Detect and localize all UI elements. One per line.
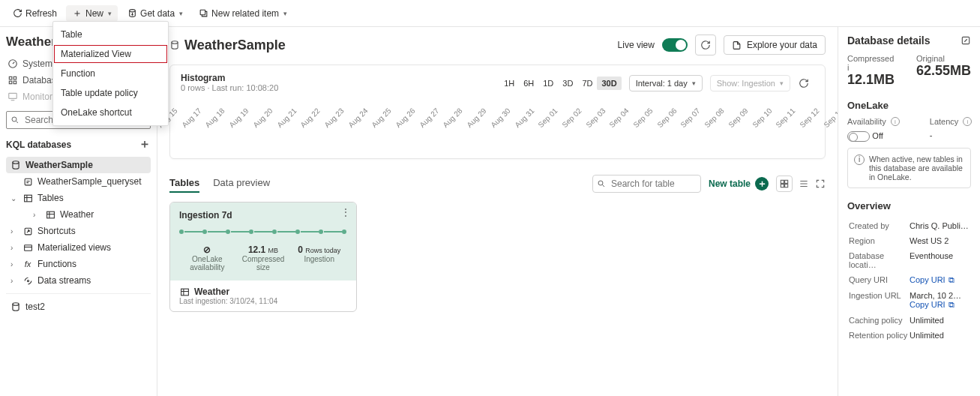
chevron-down-icon: ▾ xyxy=(692,80,696,87)
range-button-1D[interactable]: 1D xyxy=(538,76,558,90)
rows-unit: Rows today xyxy=(305,247,340,254)
add-database-button[interactable]: ＋ xyxy=(139,136,151,152)
matview-icon xyxy=(22,242,33,253)
tree-functions[interactable]: › fx Functions xyxy=(6,256,151,272)
plus-circle-icon: ＋ xyxy=(755,177,769,190)
info-icon[interactable]: i xyxy=(847,63,849,72)
original-label: Original xyxy=(916,54,971,63)
get-data-button[interactable]: Get data ▾ xyxy=(121,5,189,22)
gauge-icon xyxy=(7,58,18,69)
tree-functions-label: Functions xyxy=(37,259,76,269)
tab-tables[interactable]: Tables xyxy=(169,174,199,193)
table-card-weather[interactable]: ⋮ Ingestion 7d ⊘ OneLake availability 12… xyxy=(169,202,357,312)
onelake-avail-label: OneLake availability xyxy=(182,255,232,272)
table-search-input[interactable] xyxy=(592,175,701,193)
table-icon xyxy=(179,286,190,297)
latency-label: Latency xyxy=(930,117,959,126)
caching-value: Unlimited xyxy=(910,314,970,327)
card-sparkline xyxy=(179,230,347,234)
card-more-button[interactable]: ⋮ xyxy=(341,207,350,218)
svg-rect-1 xyxy=(200,10,205,15)
info-icon[interactable]: i xyxy=(891,117,900,126)
refresh-histogram-button[interactable] xyxy=(793,73,814,94)
new-table-label: New table xyxy=(709,178,751,189)
rows-label: Ingestion xyxy=(294,255,344,263)
table-search xyxy=(592,175,701,193)
refresh-button[interactable]: Refresh xyxy=(6,5,63,22)
range-button-7D[interactable]: 7D xyxy=(577,76,597,90)
range-button-6H[interactable]: 6H xyxy=(519,76,538,90)
tree-table-weather[interactable]: › Weather xyxy=(6,206,151,223)
monitor-icon xyxy=(7,92,18,102)
interval-select[interactable]: Interval: 1 day ▾ xyxy=(629,75,703,92)
new-table-button[interactable]: New table ＋ xyxy=(709,177,769,190)
refresh-icon xyxy=(12,8,22,19)
info-icon[interactable]: i xyxy=(963,117,972,126)
tree-shortcuts[interactable]: › Shortcuts xyxy=(6,223,151,239)
database-icon xyxy=(10,160,21,170)
fullscreen-button[interactable] xyxy=(815,178,826,189)
caching-label: Caching policy xyxy=(849,314,908,327)
size-label: Compressed size xyxy=(238,255,289,272)
live-view-toggle[interactable] xyxy=(662,38,688,52)
explore-data-button[interactable]: Explore your data xyxy=(724,35,826,55)
database-icon xyxy=(10,302,21,312)
onelake-notice: i When active, new tables in this databa… xyxy=(847,148,971,188)
ingestion-url-link[interactable]: Copy URI xyxy=(910,300,946,309)
size-unit: MB xyxy=(268,247,279,254)
grid-view-button[interactable] xyxy=(776,176,793,192)
tree-db-test2[interactable]: test2 xyxy=(6,298,151,315)
svg-rect-11 xyxy=(24,195,31,202)
range-button-1H[interactable]: 1H xyxy=(499,76,519,90)
query-uri-label: Query URI xyxy=(849,273,908,287)
chevron-down-icon: ▾ xyxy=(780,80,784,87)
tree-matviews-label: Materialized views xyxy=(37,242,111,253)
svg-point-0 xyxy=(129,10,135,12)
tree-datastreams[interactable]: › Data streams xyxy=(6,272,151,289)
new-menu-item-table[interactable]: Table xyxy=(53,25,168,44)
copy-icon[interactable]: ⧉ xyxy=(949,275,955,284)
new-related-button[interactable]: New related item ▾ xyxy=(192,5,293,22)
metric-compressed: Compressed i 12.1MB xyxy=(847,54,897,88)
compressed-value: 12.1MB xyxy=(847,72,897,88)
tree-matviews[interactable]: › Materialized views xyxy=(6,239,151,256)
new-menu-item-table-update-policy[interactable]: Table update policy xyxy=(53,83,168,103)
expand-panel-button[interactable] xyxy=(961,35,971,46)
tree-db-test2-label: test2 xyxy=(25,302,45,312)
card-metric-rows: 0 Rows today Ingestion xyxy=(291,244,347,272)
new-related-icon xyxy=(198,8,208,19)
kv-location: Database locati… Eventhouse xyxy=(849,249,970,272)
region-label: Region xyxy=(849,234,908,248)
kv-ingestion-url: Ingestion URL March, 10 2…Copy URI⧉ xyxy=(849,289,970,312)
availability-toggle[interactable]: Off xyxy=(847,130,900,142)
chevron-down-icon: ▾ xyxy=(108,10,112,17)
kv-created-by: Created by Chris Q. Public, March 10, t… xyxy=(849,219,970,232)
svg-rect-6 xyxy=(13,81,16,84)
list-view-button[interactable] xyxy=(799,178,809,189)
location-value: Eventhouse xyxy=(910,249,970,272)
svg-rect-20 xyxy=(785,180,788,183)
tab-data-preview[interactable]: Data preview xyxy=(213,174,270,193)
new-menu-item-materialized-view[interactable]: Materialized View xyxy=(53,44,168,64)
size-value: 12.1 xyxy=(248,244,265,255)
new-menu-item-function[interactable]: Function xyxy=(53,64,168,83)
copy-icon[interactable]: ⧉ xyxy=(949,300,955,309)
metric-original: Original 62.55MB xyxy=(916,54,971,88)
get-data-label: Get data xyxy=(140,8,175,19)
tree-db-weathersample[interactable]: WeatherSample xyxy=(6,157,151,173)
kql-databases-header: KQL databases ＋ xyxy=(6,136,151,152)
tree-tables[interactable]: ⌄ Tables xyxy=(6,190,151,206)
range-button-3D[interactable]: 3D xyxy=(558,76,577,90)
chevron-right-icon: › xyxy=(33,211,40,219)
query-uri-link[interactable]: Copy URI xyxy=(910,275,946,284)
card-metric-size: 12.1 MB Compressed size xyxy=(235,244,292,272)
new-button[interactable]: New ▾ xyxy=(66,5,118,22)
svg-point-9 xyxy=(13,161,19,164)
refresh-main-button[interactable] xyxy=(695,34,716,56)
new-dropdown: TableMaterialized ViewFunctionTable upda… xyxy=(52,21,169,126)
tree-queryset[interactable]: WeatherSample_queryset xyxy=(6,173,151,190)
range-button-30D[interactable]: 30D xyxy=(597,76,621,90)
svg-rect-5 xyxy=(9,81,12,84)
new-menu-item-onelake-shortcut[interactable]: OneLake shortcut xyxy=(53,103,168,122)
svg-rect-3 xyxy=(9,76,12,80)
